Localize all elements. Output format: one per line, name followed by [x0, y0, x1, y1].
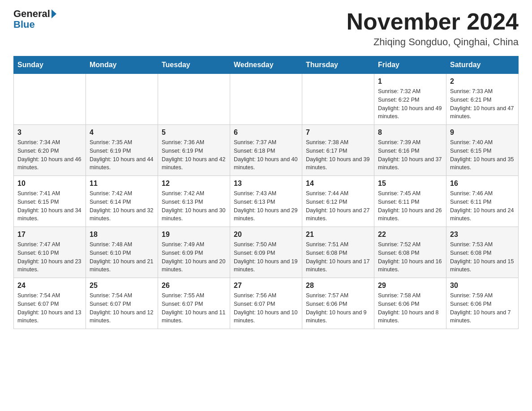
calendar-cell: 13Sunrise: 7:43 AM Sunset: 6:13 PM Dayli… [230, 176, 302, 227]
day-info: Sunrise: 7:35 AM Sunset: 6:19 PM Dayligh… [90, 138, 154, 172]
calendar-cell: 17Sunrise: 7:47 AM Sunset: 6:10 PM Dayli… [14, 227, 86, 278]
calendar-cell [230, 74, 302, 125]
day-number: 19 [162, 231, 226, 239]
day-info: Sunrise: 7:40 AM Sunset: 6:15 PM Dayligh… [450, 138, 515, 172]
logo-general-part: General [13, 9, 50, 19]
calendar-week-row: 10Sunrise: 7:41 AM Sunset: 6:15 PM Dayli… [14, 176, 519, 227]
day-info: Sunrise: 7:32 AM Sunset: 6:22 PM Dayligh… [378, 87, 442, 121]
day-info: Sunrise: 7:57 AM Sunset: 6:06 PM Dayligh… [306, 291, 370, 325]
calendar-cell [14, 74, 86, 125]
logo: General Blue [13, 9, 56, 30]
day-info: Sunrise: 7:37 AM Sunset: 6:18 PM Dayligh… [234, 138, 298, 172]
calendar-cell: 9Sunrise: 7:40 AM Sunset: 6:15 PM Daylig… [446, 125, 519, 176]
day-number: 3 [17, 128, 82, 137]
day-number: 1 [378, 77, 442, 86]
calendar-cell: 24Sunrise: 7:54 AM Sunset: 6:07 PM Dayli… [14, 278, 86, 329]
main-title: November 2024 [347, 9, 519, 34]
day-info: Sunrise: 7:42 AM Sunset: 6:14 PM Dayligh… [90, 189, 154, 223]
day-number: 6 [234, 128, 298, 137]
calendar-cell: 10Sunrise: 7:41 AM Sunset: 6:15 PM Dayli… [14, 176, 86, 227]
day-number: 20 [234, 231, 298, 239]
calendar-cell: 6Sunrise: 7:37 AM Sunset: 6:18 PM Daylig… [230, 125, 302, 176]
calendar-cell: 3Sunrise: 7:34 AM Sunset: 6:20 PM Daylig… [14, 125, 86, 176]
calendar-header-sunday: Sunday [14, 56, 86, 74]
calendar-cell: 25Sunrise: 7:54 AM Sunset: 6:07 PM Dayli… [86, 278, 158, 329]
day-info: Sunrise: 7:44 AM Sunset: 6:12 PM Dayligh… [306, 189, 370, 223]
page-header: General Blue November 2024 Zhiqing Songd… [13, 9, 519, 48]
day-info: Sunrise: 7:54 AM Sunset: 6:07 PM Dayligh… [90, 291, 154, 325]
day-info: Sunrise: 7:45 AM Sunset: 6:11 PM Dayligh… [378, 189, 442, 223]
day-number: 22 [378, 231, 442, 239]
day-info: Sunrise: 7:46 AM Sunset: 6:11 PM Dayligh… [450, 189, 515, 223]
calendar-cell: 28Sunrise: 7:57 AM Sunset: 6:06 PM Dayli… [302, 278, 374, 329]
calendar-cell: 21Sunrise: 7:51 AM Sunset: 6:08 PM Dayli… [302, 227, 374, 278]
day-info: Sunrise: 7:56 AM Sunset: 6:07 PM Dayligh… [234, 291, 298, 325]
day-number: 4 [90, 128, 154, 137]
calendar-cell: 23Sunrise: 7:53 AM Sunset: 6:08 PM Dayli… [446, 227, 519, 278]
day-info: Sunrise: 7:36 AM Sunset: 6:19 PM Dayligh… [162, 138, 226, 172]
day-info: Sunrise: 7:39 AM Sunset: 6:16 PM Dayligh… [378, 138, 442, 172]
calendar-cell: 4Sunrise: 7:35 AM Sunset: 6:19 PM Daylig… [86, 125, 158, 176]
day-number: 16 [450, 180, 515, 188]
logo-arrow-icon [51, 9, 56, 18]
day-number: 25 [90, 282, 154, 290]
calendar-header-friday: Friday [374, 56, 446, 74]
day-number: 15 [378, 180, 442, 188]
day-number: 17 [17, 231, 82, 239]
day-number: 9 [450, 128, 515, 137]
calendar-cell [158, 74, 230, 125]
calendar-header-wednesday: Wednesday [230, 56, 302, 74]
day-number: 24 [17, 282, 82, 290]
calendar-cell: 12Sunrise: 7:42 AM Sunset: 6:13 PM Dayli… [158, 176, 230, 227]
calendar-week-row: 1Sunrise: 7:32 AM Sunset: 6:22 PM Daylig… [14, 74, 519, 125]
calendar-cell: 5Sunrise: 7:36 AM Sunset: 6:19 PM Daylig… [158, 125, 230, 176]
day-number: 28 [306, 282, 370, 290]
calendar-cell: 8Sunrise: 7:39 AM Sunset: 6:16 PM Daylig… [374, 125, 446, 176]
day-info: Sunrise: 7:52 AM Sunset: 6:08 PM Dayligh… [378, 240, 442, 274]
day-number: 10 [17, 180, 82, 188]
day-info: Sunrise: 7:48 AM Sunset: 6:10 PM Dayligh… [90, 240, 154, 274]
calendar-cell: 20Sunrise: 7:50 AM Sunset: 6:09 PM Dayli… [230, 227, 302, 278]
calendar-week-row: 3Sunrise: 7:34 AM Sunset: 6:20 PM Daylig… [14, 125, 519, 176]
subtitle: Zhiqing Songduo, Qinghai, China [347, 36, 519, 48]
day-info: Sunrise: 7:54 AM Sunset: 6:07 PM Dayligh… [17, 291, 82, 325]
calendar-header-tuesday: Tuesday [158, 56, 230, 74]
day-number: 18 [90, 231, 154, 239]
day-number: 11 [90, 180, 154, 188]
calendar-cell [302, 74, 374, 125]
calendar-header-thursday: Thursday [302, 56, 374, 74]
day-info: Sunrise: 7:55 AM Sunset: 6:07 PM Dayligh… [162, 291, 226, 325]
day-info: Sunrise: 7:53 AM Sunset: 6:08 PM Dayligh… [450, 240, 515, 274]
calendar-cell: 16Sunrise: 7:46 AM Sunset: 6:11 PM Dayli… [446, 176, 519, 227]
day-number: 14 [306, 180, 370, 188]
day-info: Sunrise: 7:34 AM Sunset: 6:20 PM Dayligh… [17, 138, 82, 172]
calendar-cell: 22Sunrise: 7:52 AM Sunset: 6:08 PM Dayli… [374, 227, 446, 278]
day-info: Sunrise: 7:49 AM Sunset: 6:09 PM Dayligh… [162, 240, 226, 274]
day-info: Sunrise: 7:47 AM Sunset: 6:10 PM Dayligh… [17, 240, 82, 274]
day-number: 8 [378, 128, 442, 137]
day-info: Sunrise: 7:59 AM Sunset: 6:06 PM Dayligh… [450, 291, 515, 325]
calendar-cell: 18Sunrise: 7:48 AM Sunset: 6:10 PM Dayli… [86, 227, 158, 278]
day-number: 30 [450, 282, 515, 290]
day-number: 12 [162, 180, 226, 188]
day-info: Sunrise: 7:50 AM Sunset: 6:09 PM Dayligh… [234, 240, 298, 274]
day-info: Sunrise: 7:51 AM Sunset: 6:08 PM Dayligh… [306, 240, 370, 274]
calendar-cell: 19Sunrise: 7:49 AM Sunset: 6:09 PM Dayli… [158, 227, 230, 278]
calendar-cell: 26Sunrise: 7:55 AM Sunset: 6:07 PM Dayli… [158, 278, 230, 329]
day-info: Sunrise: 7:38 AM Sunset: 6:17 PM Dayligh… [306, 138, 370, 172]
calendar-cell: 14Sunrise: 7:44 AM Sunset: 6:12 PM Dayli… [302, 176, 374, 227]
day-number: 7 [306, 128, 370, 137]
calendar-header-row: SundayMondayTuesdayWednesdayThursdayFrid… [14, 56, 519, 74]
day-number: 13 [234, 180, 298, 188]
calendar-cell: 30Sunrise: 7:59 AM Sunset: 6:06 PM Dayli… [446, 278, 519, 329]
calendar-week-row: 24Sunrise: 7:54 AM Sunset: 6:07 PM Dayli… [14, 278, 519, 329]
day-number: 27 [234, 282, 298, 290]
day-number: 23 [450, 231, 515, 239]
day-info: Sunrise: 7:43 AM Sunset: 6:13 PM Dayligh… [234, 189, 298, 223]
calendar-cell: 1Sunrise: 7:32 AM Sunset: 6:22 PM Daylig… [374, 74, 446, 125]
day-number: 5 [162, 128, 226, 137]
day-number: 21 [306, 231, 370, 239]
day-number: 2 [450, 77, 515, 86]
calendar-table: SundayMondayTuesdayWednesdayThursdayFrid… [13, 56, 519, 329]
title-area: November 2024 Zhiqing Songduo, Qinghai, … [347, 9, 519, 48]
